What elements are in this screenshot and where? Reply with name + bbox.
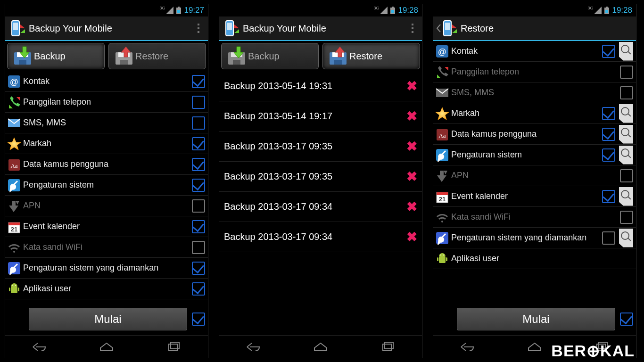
option-checkbox[interactable] xyxy=(192,75,205,88)
option-checkbox[interactable] xyxy=(192,158,205,171)
option-row-sms[interactable]: SMS, MMS xyxy=(433,82,636,103)
nav-recent-icon[interactable] xyxy=(166,341,182,353)
backup-entry[interactable]: Backup 2013-03-17 09:34✖ xyxy=(219,192,422,222)
backup-entry-label: Backup 2013-03-17 09:34 xyxy=(224,201,406,212)
delete-backup-icon[interactable]: ✖ xyxy=(406,139,417,154)
option-label: Markah xyxy=(451,108,601,118)
backup-entry[interactable]: Backup 2013-05-14 19:17✖ xyxy=(219,101,422,132)
start-button[interactable]: Mulai xyxy=(457,308,615,330)
svg-rect-83 xyxy=(439,256,446,263)
overflow-menu-icon[interactable] xyxy=(193,24,204,33)
nav-back-icon[interactable] xyxy=(459,341,475,353)
option-checkbox[interactable] xyxy=(602,128,615,141)
nav-back-icon[interactable] xyxy=(31,341,47,353)
option-row-apn[interactable]: APN xyxy=(5,196,208,216)
tab-backup[interactable]: Backup xyxy=(221,43,319,69)
option-row-apn[interactable]: APN xyxy=(433,165,636,186)
apn-icon xyxy=(6,198,22,214)
option-row-contacts[interactable]: @Kontak xyxy=(433,41,636,62)
nav-recent-icon[interactable] xyxy=(594,341,610,353)
action-bar: Backup Your Mobile xyxy=(5,16,208,41)
option-row-wifi[interactable]: Kata sandi WiFi xyxy=(433,207,636,228)
option-label: Pengaturan sistem xyxy=(451,150,601,160)
option-checkbox[interactable] xyxy=(620,211,633,224)
nav-recent-icon[interactable] xyxy=(380,341,396,353)
view-details-icon[interactable] xyxy=(619,229,633,247)
option-label: Event kalender xyxy=(23,222,191,231)
option-checkbox[interactable] xyxy=(602,231,615,245)
svg-marker-40 xyxy=(380,7,388,14)
option-row-dict[interactable]: AaData kamus pengguna xyxy=(433,124,636,145)
tab-restore[interactable]: Restore xyxy=(108,43,206,69)
backup-entry[interactable]: Backup 2013-03-17 09:34✖ xyxy=(219,222,422,252)
option-row-bookmarks[interactable]: Markah xyxy=(5,133,208,154)
option-checkbox[interactable] xyxy=(192,96,205,109)
option-checkbox[interactable] xyxy=(192,199,205,213)
backup-entry[interactable]: Backup 2013-05-14 19:31✖ xyxy=(219,71,422,101)
bookmarks-icon xyxy=(6,136,22,152)
settings-icon xyxy=(6,177,22,193)
option-checkbox[interactable] xyxy=(602,45,615,58)
nav-bar xyxy=(5,335,208,358)
apn-icon xyxy=(434,168,450,184)
option-row-apps[interactable]: Aplikasi user xyxy=(433,248,636,269)
option-checkbox[interactable] xyxy=(192,262,205,275)
option-row-bookmarks[interactable]: Markah xyxy=(433,103,636,124)
nav-home-icon[interactable] xyxy=(313,341,329,353)
option-row-calls[interactable]: Panggilan telepon xyxy=(433,62,636,82)
option-checkbox[interactable] xyxy=(192,116,205,130)
view-details-icon[interactable] xyxy=(619,42,633,61)
nav-home-icon[interactable] xyxy=(99,341,115,353)
option-row-sms[interactable]: SMS, MMS xyxy=(5,113,208,133)
option-checkbox[interactable] xyxy=(192,220,205,233)
option-row-wifi[interactable]: Kata sandi WiFi xyxy=(5,237,208,258)
svg-point-31 xyxy=(13,251,15,253)
option-checkbox[interactable] xyxy=(192,241,205,254)
delete-backup-icon[interactable]: ✖ xyxy=(406,108,417,124)
view-details-icon[interactable] xyxy=(619,146,633,165)
delete-backup-icon[interactable]: ✖ xyxy=(406,199,417,214)
svg-point-35 xyxy=(15,285,16,286)
nav-back-icon[interactable] xyxy=(245,341,261,353)
option-row-secset[interactable]: Pengaturan sistem yang diamankan xyxy=(5,258,208,279)
option-row-settings[interactable]: Pengaturan sistem xyxy=(433,145,636,165)
delete-backup-icon[interactable]: ✖ xyxy=(406,169,417,184)
delete-backup-icon[interactable]: ✖ xyxy=(406,229,417,245)
option-row-apps[interactable]: Aplikasi user xyxy=(5,279,208,299)
option-checkbox[interactable] xyxy=(620,86,633,99)
select-all-checkbox[interactable] xyxy=(620,313,633,326)
select-all-checkbox[interactable] xyxy=(192,313,205,326)
backup-entry[interactable]: Backup 2013-03-17 09:35✖ xyxy=(219,132,422,162)
option-checkbox[interactable] xyxy=(602,148,615,162)
option-row-settings[interactable]: Pengaturan sistem xyxy=(5,175,208,196)
tab-restore-label: Restore xyxy=(135,51,168,62)
view-details-icon[interactable] xyxy=(619,104,633,123)
option-checkbox[interactable] xyxy=(602,190,615,203)
floppy-up-icon xyxy=(327,45,349,67)
option-row-calendar[interactable]: 21Event kalender xyxy=(433,186,636,207)
svg-marker-19 xyxy=(9,105,13,108)
option-row-secset[interactable]: Pengaturan sistem yang diamankan xyxy=(433,228,636,248)
option-checkbox[interactable] xyxy=(602,107,615,120)
delete-backup-icon[interactable]: ✖ xyxy=(406,78,417,94)
option-checkbox[interactable] xyxy=(192,179,205,192)
option-row-calendar[interactable]: 21Event kalender xyxy=(5,216,208,237)
option-row-contacts[interactable]: @Kontak xyxy=(5,71,208,92)
start-button[interactable]: Mulai xyxy=(29,308,187,330)
view-details-icon[interactable] xyxy=(619,125,633,144)
svg-marker-69 xyxy=(437,74,441,78)
overflow-menu-icon[interactable] xyxy=(407,24,418,33)
tab-restore[interactable]: Restore xyxy=(322,43,420,69)
option-checkbox[interactable] xyxy=(192,137,205,150)
nav-home-icon[interactable] xyxy=(527,341,543,353)
option-checkbox[interactable] xyxy=(620,169,633,182)
app-icon[interactable] xyxy=(440,19,459,38)
option-checkbox[interactable] xyxy=(192,282,205,296)
tab-backup[interactable]: Backup xyxy=(7,43,105,69)
option-checkbox[interactable] xyxy=(620,66,633,79)
view-details-icon[interactable] xyxy=(619,187,633,206)
backup-entry[interactable]: Backup 2013-03-17 09:35✖ xyxy=(219,162,422,192)
option-row-calls[interactable]: Panggilan telepon xyxy=(5,92,208,113)
option-row-dict[interactable]: AaData kamus pengguna xyxy=(5,154,208,175)
status-bar: 3G 19:28 xyxy=(219,4,422,16)
